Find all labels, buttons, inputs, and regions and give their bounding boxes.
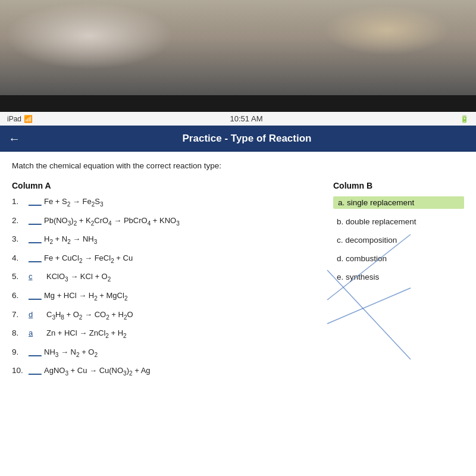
svg-line-2 [327,270,411,359]
back-button[interactable]: ← [8,132,20,146]
row-number: 4. [12,253,29,264]
device-label: iPad [7,115,21,123]
table-row: 8. a Zn + HCl → ZnCl2 + H2 [12,328,321,340]
time-display: 10:51 AM [230,114,263,123]
row-number: 2. [12,215,29,227]
equation: Mg + HCl → H2 + MgCl2 [44,290,127,303]
equation: AgNO3 + Cu → Cu(NO3)2 + Ag [44,365,151,378]
answer-blank: ___ [29,365,42,376]
answer-filled: a [29,328,42,339]
row-number: 10. [12,365,29,377]
row-number: 1. [12,196,29,208]
table-row: 4. ___ Fe + CuCl2 → FeCl2 + Cu [12,253,321,265]
answer-blank: ___ [29,347,42,358]
equation: NH3 → N2 + O2 [44,347,98,359]
table-row: 5. c KClO3 → KCl + O2 [12,271,321,284]
equation: C3H8 + O2 → CO2 + H2O [46,309,133,322]
instructions: Match the chemical equation with the cor… [12,161,464,170]
status-bar: iPad 📶 10:51 AM 🔋 [0,112,476,126]
equation: Zn + HCl → ZnCl2 + H2 [46,328,127,340]
equation: Fe + S2 → Fe2S3 [44,196,103,209]
equation: Fe + CuCl2 → FeCl2 + Cu [44,253,133,265]
nav-bar: ← Practice - Type of Reaction [0,126,476,152]
equation: H2 + N2 → NH3 [44,234,97,246]
content-area: Match the chemical equation with the cor… [0,152,476,476]
answer-blank: ___ [29,253,42,264]
row-number: 9. [12,347,29,358]
answer-blank: ___ [29,215,42,226]
row-number: 3. [12,234,29,245]
table-row: 7. d C3H8 + O2 → CO2 + H2O [12,309,321,322]
table-row: 1. ___ Fe + S2 → Fe2S3 [12,196,321,209]
device-band [0,95,476,112]
answer-blank: ___ [29,234,42,245]
photo-background [0,0,476,95]
table-row: 2. ___ Pb(NO3)2 + K2CrO4 → PbCrO4 + KNO3 [12,215,321,228]
col-b-item-d: d. combustion [333,253,464,264]
columns-container: Column A 1. ___ Fe + S2 → Fe2S3 2. ___ P… [12,181,464,384]
page-title: Practice - Type of Reaction [26,133,468,145]
table-row: 10. ___ AgNO3 + Cu → Cu(NO3)2 + Ag [12,365,321,378]
equation: KClO3 → KCl + O2 [46,271,111,284]
equation: Pb(NO3)2 + K2CrO4 → PbCrO4 + KNO3 [44,215,180,228]
answer-blank: ___ [29,290,42,301]
ipad-screen: iPad 📶 10:51 AM 🔋 ← Practice - Type of R… [0,112,476,476]
svg-line-1 [327,288,411,324]
status-left: iPad 📶 [7,115,33,123]
col-b-item-a: a. single replacement [333,196,464,209]
answer-filled: c [29,271,42,282]
column-a: Column A 1. ___ Fe + S2 → Fe2S3 2. ___ P… [12,181,321,384]
table-row: 6. ___ Mg + HCl → H2 + MgCl2 [12,290,321,303]
table-row: 3. ___ H2 + N2 → NH3 [12,234,321,246]
table-row: 9. ___ NH3 → N2 + O2 [12,347,321,359]
row-number: 8. [12,328,29,339]
col-b-item-c: c. decomposition [333,234,464,246]
row-number: 5. [12,271,29,283]
column-b: Column B a. single replacement b. double… [333,181,464,384]
row-number: 7. [12,309,29,321]
col-b-header: Column B [333,181,464,190]
answer-blank: ___ [29,196,42,207]
row-number: 6. [12,290,29,302]
wifi-icon: 📶 [24,115,33,123]
status-right: 🔋 [460,115,469,123]
answer-filled: d [29,309,42,320]
col-b-item-e: e. synthesis [333,271,464,283]
col-a-header: Column A [12,181,321,190]
col-b-item-b: b. double replacement [333,216,464,227]
